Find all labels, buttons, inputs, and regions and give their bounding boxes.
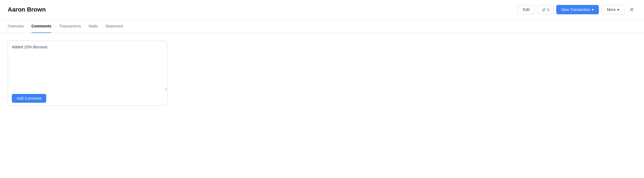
comment-box: Added 10% discount. Add Comment	[8, 41, 167, 106]
comment-footer: Add Comment	[8, 91, 167, 105]
close-button[interactable]: ✕	[627, 5, 636, 14]
tab-mails[interactable]: Mails	[89, 20, 98, 33]
tab-overview[interactable]: Overview	[8, 20, 24, 33]
more-button[interactable]: More ▾	[602, 5, 624, 14]
page-title: Aaron Brown	[8, 6, 46, 13]
attachment-button[interactable]: 🔗 1	[537, 5, 553, 14]
tab-statement[interactable]: Statement	[105, 20, 123, 33]
comment-textarea[interactable]: Added 10% discount.	[8, 41, 167, 90]
page-header: Aaron Brown Edit 🔗 1 New Transaction ▾ M…	[0, 0, 644, 20]
chevron-down-icon: ▾	[592, 7, 594, 12]
add-comment-button[interactable]: Add Comment	[12, 94, 46, 103]
tab-comments[interactable]: Comments	[31, 20, 51, 33]
tab-bar: Overview Comments Transactions Mails Sta…	[0, 20, 644, 33]
tab-transactions[interactable]: Transactions	[59, 20, 81, 33]
attachment-count: 1	[547, 7, 549, 12]
new-transaction-label: New Transaction	[561, 7, 590, 12]
attachment-icon: 🔗	[542, 8, 546, 12]
header-actions: Edit 🔗 1 New Transaction ▾ More ▾ ✕	[518, 5, 636, 14]
chevron-down-icon: ▾	[617, 7, 619, 12]
edit-button[interactable]: Edit	[518, 5, 535, 14]
new-transaction-button[interactable]: New Transaction ▾	[556, 5, 599, 14]
main-content: Added 10% discount. Add Comment	[0, 33, 644, 113]
more-label: More	[607, 7, 616, 12]
